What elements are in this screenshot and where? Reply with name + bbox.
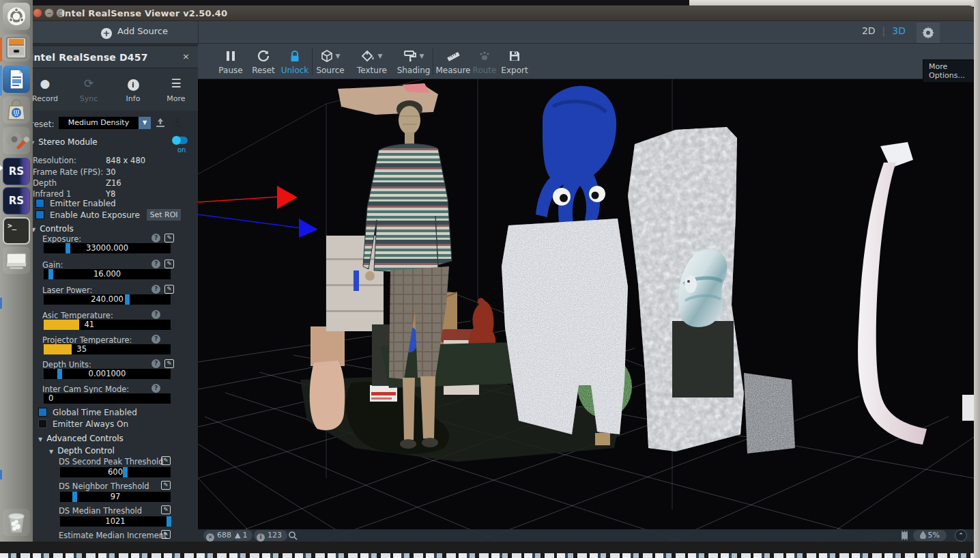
more-options-button[interactable]	[917, 23, 940, 43]
help-icon[interactable]: ?	[152, 310, 160, 319]
slider-handle[interactable]	[167, 516, 171, 527]
depth-units-label: Depth Units:	[42, 360, 91, 369]
reset-button[interactable]: Reset	[246, 47, 281, 75]
upload-preset-button[interactable]	[154, 117, 167, 129]
header-divider	[198, 21, 199, 44]
help-icon[interactable]: ?	[152, 335, 160, 344]
ds-median-slider[interactable]: 1021	[60, 516, 171, 527]
paint-roller-icon: ▼	[394, 47, 433, 65]
asic-temp-label: Asic Temperature:	[42, 311, 113, 320]
trash-button[interactable]	[3, 509, 30, 536]
help-icon[interactable]: ?	[152, 359, 160, 368]
texture-button[interactable]: ▼ Texture	[352, 47, 392, 75]
stereo-module-toggle[interactable]	[173, 137, 188, 144]
advanced-controls-section[interactable]: ▼Advanced Controls	[38, 434, 124, 443]
help-icon[interactable]: ?	[152, 260, 160, 268]
checkbox-checked-icon	[35, 210, 44, 219]
stereo-module-section[interactable]: ▼Stereo Module	[30, 137, 98, 147]
edit-icon[interactable]: ✎	[161, 505, 171, 514]
auto-exposure-checkbox[interactable]: Enable Auto Exposure Set ROI	[35, 210, 140, 220]
software-center-button[interactable]	[3, 96, 30, 124]
help-icon[interactable]: ?	[152, 384, 160, 393]
disk-drive-button[interactable]	[3, 247, 30, 274]
search-icon[interactable]	[288, 531, 298, 540]
edit-icon[interactable]: ✎	[161, 456, 171, 465]
viewport-toolbar: Pause Reset Unlock ▼ Source ▼ Texture	[198, 44, 974, 79]
window-titlebar[interactable]: − ◻ Intel RealSense Viewer v2.50.40	[14, 5, 974, 21]
trash-icon	[3, 509, 30, 536]
ds-second-peak-slider[interactable]: 600	[60, 467, 171, 477]
edit-icon[interactable]: ✎	[161, 481, 171, 490]
realsense-viewer-button[interactable]: RS	[3, 158, 30, 185]
gain-slider[interactable]: 16.000	[44, 269, 171, 279]
emitter-enabled-checkbox[interactable]: Emitter Enabled	[35, 199, 116, 208]
inter-cam-input[interactable]: 0	[44, 393, 171, 404]
realsense-viewer-window: − ◻ Intel RealSense Viewer v2.50.40 +Add…	[14, 5, 974, 542]
ds-neighbor-slider[interactable]: 97	[60, 492, 171, 502]
mode-2d-button[interactable]: 2D	[862, 25, 876, 36]
memory-chip-icon	[900, 531, 909, 540]
sync-button[interactable]: ⟳ Sync	[68, 75, 109, 103]
rs-logo: RS	[3, 158, 29, 184]
view-mode-switch: 2D|3D	[862, 25, 906, 36]
checkbox-checked-icon	[35, 199, 44, 208]
terminal-button[interactable]: >_	[3, 217, 30, 245]
warnings-badge[interactable]: ▲1	[232, 530, 253, 541]
slider-handle[interactable]	[72, 492, 77, 502]
emitter-always-on-checkbox[interactable]: Emitter Always On	[38, 419, 128, 429]
global-time-checkbox[interactable]: Global Time Enabled	[38, 408, 137, 417]
edit-icon[interactable]: ✎	[161, 530, 171, 539]
slider-handle[interactable]	[123, 467, 128, 477]
slider-handle[interactable]	[66, 243, 70, 253]
preset-dropdown-arrow-icon[interactable]: ▼	[139, 117, 151, 129]
mode-3d-button[interactable]: 3D	[892, 25, 906, 36]
exposure-slider[interactable]: 33000.000	[44, 243, 171, 253]
edit-icon[interactable]: ✎	[164, 260, 174, 268]
edit-icon[interactable]: ✎	[164, 359, 174, 368]
dash-home-button[interactable]	[3, 3, 30, 30]
slider-handle[interactable]	[48, 269, 53, 279]
edit-icon[interactable]: ✎	[164, 234, 174, 242]
export-button[interactable]: Export	[497, 47, 532, 75]
info-button[interactable]: i Info	[113, 75, 154, 103]
checkbox-checked-icon	[38, 408, 47, 417]
set-roi-button[interactable]: Set ROI	[147, 209, 181, 221]
download-preset-button[interactable]	[171, 117, 184, 129]
measure-button[interactable]: Measure	[435, 47, 471, 75]
info-badge[interactable]: i123	[254, 530, 287, 541]
background-terminal-text	[0, 553, 974, 558]
window-minimize-button[interactable]: −	[44, 8, 54, 18]
controls-section[interactable]: ▼Controls	[31, 224, 74, 234]
estimate-median-label: Estimate Median Increment	[59, 531, 167, 540]
system-settings-button[interactable]	[3, 127, 30, 154]
realsense-sdk-button[interactable]: RS	[3, 187, 30, 214]
scroll-top-button[interactable]: ⌃	[955, 529, 967, 542]
hamburger-icon: ☰	[156, 75, 197, 92]
depth-control-section[interactable]: ▼Depth Control	[49, 446, 115, 456]
help-icon[interactable]: ?	[152, 234, 160, 242]
more-options-tooltip: More Options...	[923, 59, 974, 83]
pause-button[interactable]: Pause	[213, 47, 248, 75]
unlock-button[interactable]: Unlock	[277, 47, 313, 75]
libreoffice-writer-button[interactable]	[3, 66, 30, 93]
file-manager-button[interactable]	[3, 34, 30, 61]
close-device-icon[interactable]: ×	[182, 51, 190, 61]
laser-power-label: Laser Power:	[42, 285, 92, 295]
shopping-bag-icon	[3, 96, 30, 124]
laser-power-slider[interactable]: 240.000	[44, 294, 171, 305]
help-icon[interactable]: ?	[152, 285, 160, 294]
launcher-sliver-blue	[0, 298, 2, 309]
slider-handle[interactable]	[125, 294, 130, 305]
3d-viewport[interactable]: ∞	[198, 79, 974, 542]
add-source-button[interactable]: +Add Source	[101, 26, 168, 39]
more-button[interactable]: ☰ More	[156, 75, 197, 103]
shading-button[interactable]: ▼ Shading	[394, 47, 433, 75]
window-close-button[interactable]	[33, 8, 42, 18]
source-button[interactable]: ▼ Source	[311, 47, 350, 75]
slider-handle[interactable]	[57, 369, 62, 379]
preset-dropdown[interactable]: Medium Density	[59, 117, 139, 129]
device-panel-header: Intel RealSense D457 ×	[14, 46, 198, 68]
depth-units-slider[interactable]: 0.001000	[44, 369, 171, 379]
ds-median-label: DS Median Threshold	[59, 506, 142, 516]
edit-icon[interactable]: ✎	[164, 285, 174, 294]
